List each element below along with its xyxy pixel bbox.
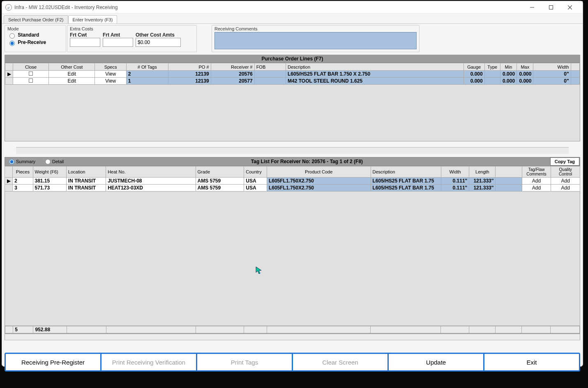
min-cell[interactable]: 0.000	[500, 78, 517, 85]
desc-cell[interactable]: L605/HS25 FLAT BAR 1.75	[371, 185, 441, 192]
frt-cwt-input[interactable]	[70, 38, 100, 47]
receiving-preregister-button[interactable]: Receiving Pre-Register	[6, 354, 101, 370]
product-cell[interactable]: L605FL1.750X2.750	[267, 178, 371, 185]
pieces-cell[interactable]: 2	[13, 178, 33, 185]
blank-cell[interactable]	[496, 178, 522, 185]
taglist-table[interactable]: Pieces Weight (F6) Location Heat No. Gra…	[5, 166, 580, 192]
tl-col-grade[interactable]: Grade	[196, 166, 244, 178]
col-close[interactable]: Close	[13, 63, 49, 71]
col-description[interactable]: Description	[286, 63, 464, 71]
po-cell[interactable]: 12139	[168, 71, 211, 78]
type-cell[interactable]	[484, 78, 500, 85]
tagflaw-add-cell[interactable]: Add	[522, 178, 551, 185]
blank-cell[interactable]	[496, 185, 522, 192]
description-cell[interactable]: L605/HS25 FLAT BAR 1.750 X 2.750	[286, 71, 464, 78]
receiver-cell[interactable]: 20576	[211, 71, 254, 78]
type-cell[interactable]	[484, 71, 500, 78]
col-fob[interactable]: FOB	[254, 63, 286, 71]
minimize-button[interactable]	[523, 1, 542, 14]
taglist-detail-option[interactable]: Detail	[45, 159, 64, 164]
mode-standard-radio[interactable]	[9, 33, 15, 39]
width2-cell[interactable]: 0.111"	[441, 185, 469, 192]
close-checkbox[interactable]	[13, 71, 49, 78]
taglist-row[interactable]: 3571.73IN TRANSITHEAT123-03XDAMS 5759USA…	[5, 185, 580, 192]
tl-col-blank[interactable]	[496, 166, 522, 178]
col-type[interactable]: Type	[484, 63, 500, 71]
grade-cell[interactable]: AMS 5759	[196, 185, 244, 192]
max-cell[interactable]: 0.000	[517, 78, 533, 85]
mode-prereceive-radio[interactable]	[9, 41, 15, 46]
qc-add-cell[interactable]: Add	[551, 178, 580, 185]
tl-col-width[interactable]: Width	[441, 166, 469, 178]
num-tags-cell[interactable]: 2	[126, 71, 168, 78]
update-button[interactable]: Update	[389, 354, 484, 370]
description-cell[interactable]: M42 TOOL STEEL ROUND 1.625	[286, 78, 464, 85]
col-min[interactable]: Min	[500, 63, 517, 71]
fob-cell[interactable]	[254, 71, 286, 78]
col-width[interactable]: Width	[533, 63, 571, 71]
po-lines-table[interactable]: Close Other Cost Specs # Of Tags PO # Re…	[5, 63, 580, 85]
tl-col-heat[interactable]: Heat No.	[106, 166, 196, 178]
width-cell[interactable]: 0"	[533, 78, 571, 85]
taglist-row[interactable]: ▶2381.15IN TRANSITJUSTMECH-08AMS 5759USA…	[5, 178, 580, 185]
tl-col-location[interactable]: Location	[66, 166, 106, 178]
gauge-cell[interactable]: 0.000	[463, 71, 484, 78]
col-max[interactable]: Max	[517, 63, 533, 71]
view-cell[interactable]: View	[95, 78, 126, 85]
close-button[interactable]	[560, 1, 579, 14]
tl-col-product[interactable]: Product Code	[267, 166, 371, 178]
other-cost-input[interactable]	[136, 38, 181, 47]
copy-tag-button[interactable]: Copy Tag	[550, 157, 579, 166]
tab-select-po[interactable]: Select Purchase Order (F2)	[4, 15, 68, 23]
receiver-cell[interactable]: 20577	[211, 78, 254, 85]
max-cell[interactable]: 0.000	[517, 71, 533, 78]
mode-standard-option[interactable]: Standard	[7, 32, 63, 39]
tl-col-length[interactable]: Length	[469, 166, 496, 178]
tab-enter-inventory[interactable]: Enter Inventory (F3)	[68, 15, 118, 23]
edit-cell[interactable]: Edit	[49, 71, 95, 78]
country-cell[interactable]: USA	[244, 185, 267, 192]
tl-col-qc[interactable]: Quality Control	[551, 166, 580, 178]
po-line-row[interactable]: EditView11213920577M42 TOOL STEEL ROUND …	[5, 78, 580, 85]
po-cell[interactable]: 12139	[168, 78, 211, 85]
location-cell[interactable]: IN TRANSIT	[66, 185, 106, 192]
taglist-summary-option[interactable]: Summary	[9, 159, 35, 164]
exit-button[interactable]: Exit	[484, 354, 579, 370]
tl-col-desc[interactable]: Description	[371, 166, 441, 178]
po-line-row[interactable]: ▶EditView21213920576L605/HS25 FLAT BAR 1…	[5, 71, 580, 78]
heat-cell[interactable]: HEAT123-03XD	[106, 185, 196, 192]
qc-add-cell[interactable]: Add	[551, 185, 580, 192]
col-num-tags[interactable]: # Of Tags	[126, 63, 168, 71]
clear-screen-button[interactable]: Clear Screen	[293, 354, 389, 370]
weight-cell[interactable]: 571.73	[33, 185, 66, 192]
min-cell[interactable]: 0.000	[500, 71, 517, 78]
col-specs[interactable]: Specs	[95, 63, 126, 71]
weight-cell[interactable]: 381.15	[33, 178, 66, 185]
tl-col-tagflaw[interactable]: Tag/Flaw Comments	[522, 166, 551, 178]
width2-cell[interactable]: 0.111"	[441, 178, 469, 185]
print-receiving-verification-button[interactable]: Print Receiving Verification	[101, 354, 197, 370]
tl-col-weight[interactable]: Weight (F6)	[33, 166, 66, 178]
tagflaw-add-cell[interactable]: Add	[522, 185, 551, 192]
po-lines-hscroll[interactable]	[16, 147, 569, 154]
tl-col-pieces[interactable]: Pieces	[13, 166, 33, 178]
gauge-cell[interactable]: 0.000	[463, 78, 484, 85]
grade-cell[interactable]: AMS 5759	[196, 178, 244, 185]
taglist-hscroll[interactable]	[5, 334, 580, 340]
length-cell[interactable]: 121.333"	[469, 178, 496, 185]
country-cell[interactable]: USA	[244, 178, 267, 185]
col-po[interactable]: PO #	[168, 63, 211, 71]
view-cell[interactable]: View	[95, 71, 126, 78]
taglist-detail-radio[interactable]	[45, 159, 51, 164]
close-checkbox[interactable]	[13, 78, 49, 85]
maximize-button[interactable]	[542, 1, 560, 14]
width-cell[interactable]: 0"	[533, 71, 571, 78]
col-receiver[interactable]: Receiver #	[211, 63, 254, 71]
num-tags-cell[interactable]: 1	[126, 78, 168, 85]
receiving-comments-box[interactable]	[214, 32, 417, 49]
tl-col-country[interactable]: Country	[244, 166, 267, 178]
desc-cell[interactable]: L605/HS25 FLAT BAR 1.75	[371, 178, 441, 185]
mode-prereceive-option[interactable]: Pre-Receive	[7, 39, 63, 46]
col-gauge[interactable]: Gauge	[463, 63, 484, 71]
heat-cell[interactable]: JUSTMECH-08	[106, 178, 196, 185]
